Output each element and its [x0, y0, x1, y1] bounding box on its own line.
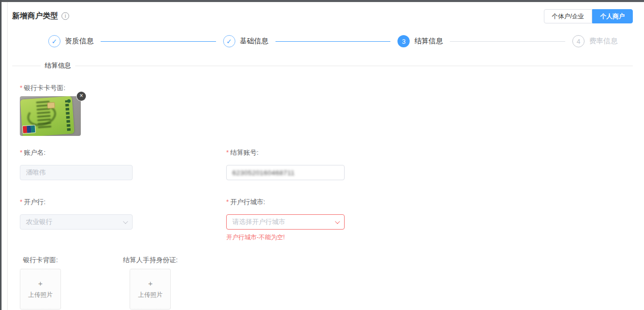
info-icon[interactable]: i	[62, 12, 69, 20]
section-divider: 结算信息	[12, 61, 633, 70]
bank-select-value: 农业银行	[26, 217, 52, 227]
bank-city-label: *开户行城市:	[226, 198, 633, 207]
page-title-wrap: 新增商户类型 i	[12, 9, 69, 21]
step-rate-info[interactable]: 4 费率信息	[572, 35, 618, 47]
account-name-value: 潘唯伟	[26, 168, 46, 177]
step-connector	[450, 41, 565, 42]
plus-icon: +	[38, 279, 43, 287]
upload-photo-text: 上传照片	[28, 291, 53, 299]
step-settlement-info[interactable]: 3 结算信息	[397, 35, 443, 47]
page-header: 新增商户类型 i 个体户/企业 个人商户	[12, 9, 633, 23]
bank-card-back-upload-button[interactable]: + 上传照片	[20, 269, 61, 309]
account-name-input[interactable]: 潘唯伟	[20, 165, 133, 180]
settlement-account-label: *结算账号:	[226, 148, 633, 157]
required-mark: *	[20, 84, 22, 92]
bank-card-back-field: 银行卡背面: + 上传照片	[20, 256, 61, 309]
step-check-icon: ✓	[48, 35, 60, 47]
upload-photo-text: 上传照片	[138, 291, 163, 299]
merchant-type-business-button[interactable]: 个体户/企业	[544, 9, 592, 23]
settlement-form: *银行卡卡号面: × *账户名:	[20, 83, 633, 310]
settler-id-photo-label: 结算人手持身份证:	[123, 256, 178, 265]
step-label: 资质信息	[65, 37, 94, 46]
stepper: ✓ 资质信息 ✓ 基础信息 3 结算信息 4 费率信息	[48, 35, 618, 47]
step-number: 4	[572, 35, 585, 47]
bank-row: *开户行: 农业银行 *开户行城市: 请选择开户行城市 开户行城市-不能为空!	[20, 198, 633, 242]
step-label: 基础信息	[240, 37, 268, 46]
step-qualification-info[interactable]: ✓ 资质信息	[48, 35, 94, 47]
step-basic-info[interactable]: ✓ 基础信息	[223, 35, 268, 47]
step-check-icon: ✓	[223, 35, 235, 47]
step-connector	[101, 41, 216, 42]
bank-city-error-message: 开户行城市-不能为空!	[226, 233, 633, 242]
section-title: 结算信息	[45, 61, 71, 70]
chevron-down-icon	[123, 219, 128, 224]
bank-city-select[interactable]: 请选择开户行城市	[226, 214, 345, 230]
step-connector	[275, 41, 391, 42]
card-chip-graphic	[47, 102, 55, 108]
bank-select[interactable]: 农业银行	[20, 214, 133, 230]
bank-card-back-label: 银行卡背面:	[23, 256, 58, 265]
upload-row: 银行卡背面: + 上传照片 结算人手持身份证: + 上传照片	[20, 256, 633, 309]
settler-id-photo-upload-button[interactable]: + 上传照片	[130, 269, 171, 309]
account-name-label: *账户名:	[20, 148, 226, 157]
merchant-type-switch: 个体户/企业 个人商户	[544, 9, 633, 23]
chevron-down-icon	[335, 219, 340, 224]
merchant-type-personal-button[interactable]: 个人商户	[592, 9, 633, 23]
bank-city-placeholder: 请选择开户行城市	[232, 217, 285, 227]
remove-image-close-icon[interactable]: ×	[77, 92, 86, 101]
bank-card-front-label: *银行卡卡号面:	[20, 83, 633, 93]
step-number: 3	[397, 35, 410, 47]
step-label: 结算信息	[414, 37, 443, 46]
settler-id-photo-field: 结算人手持身份证: + 上传照片	[123, 256, 178, 309]
window-left-edge	[0, 0, 2, 310]
settlement-account-value: 6230520160468711	[232, 169, 295, 177]
step-label: 费率信息	[589, 37, 618, 46]
unionpay-logo	[22, 125, 36, 134]
bank-card-front-preview: ×	[20, 96, 81, 136]
settlement-account-input[interactable]: 6230520160468711	[226, 165, 345, 180]
plus-icon: +	[148, 279, 152, 287]
page-title: 新增商户类型	[12, 11, 58, 21]
add-merchant-panel: 新增商户类型 i 个体户/企业 个人商户 ✓ 资质信息 ✓ 基础信息 3 结算信…	[7, 2, 644, 310]
bank-label: *开户行:	[20, 198, 226, 207]
account-row: *账户名: 潘唯伟 *结算账号: 6230520160468711	[20, 148, 633, 180]
bank-card-image[interactable]	[20, 96, 81, 136]
